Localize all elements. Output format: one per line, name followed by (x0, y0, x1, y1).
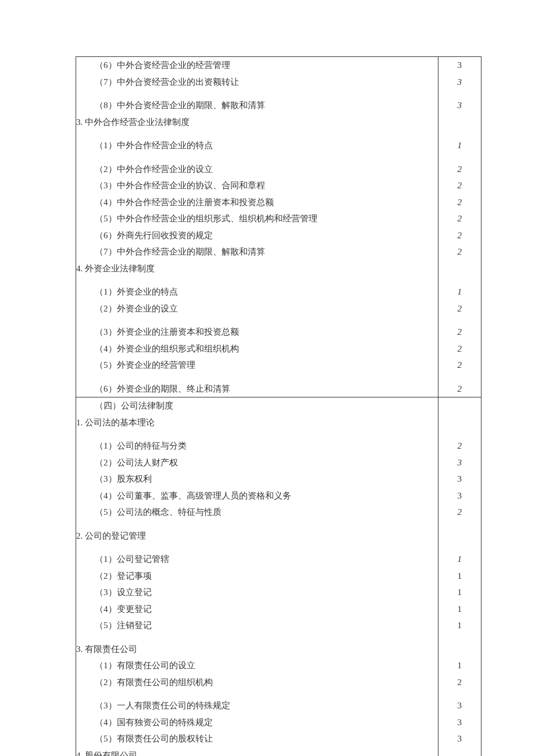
outline-item-value: 3 (438, 714, 481, 731)
outline-item-text: （2）有限责任公司的组织机构 (95, 674, 213, 691)
outline-item-text: （四）公司法律制度 (95, 397, 173, 414)
outline-item: （1）公司登记管辖 (76, 551, 438, 568)
outline-item-value: 1 (438, 568, 481, 585)
outline-item-value: 3 (438, 730, 481, 747)
outline-item-text: （3）股东权利 (95, 471, 152, 488)
outline-item (76, 634, 438, 641)
outline-item-value: 3 (438, 74, 481, 91)
outline-item (76, 431, 438, 438)
outline-item-value (438, 277, 481, 284)
outline-item: 4. 外资企业法律制度 (76, 260, 438, 277)
outline-item (76, 317, 438, 324)
outline-item-value: 2 (438, 381, 481, 397)
outline-item-value: 3 (438, 697, 481, 714)
outline-item: （1）中外合作经营企业的特点 (76, 137, 438, 154)
outline-item-text: （3）一人有限责任公司的特殊规定 (95, 697, 230, 714)
outline-item-value (438, 747, 481, 757)
outline-item-text: （1）有限责任公司的设立 (95, 657, 195, 674)
outline-item-text: （3）设立登记 (95, 584, 152, 601)
outline-item: （5）公司法的概念、特征与性质 (76, 504, 438, 521)
outline-item: （5）中外合作经营企业的组织形式、组织机构和经营管理 (76, 210, 438, 227)
outline-item-value (438, 397, 481, 414)
outline-item: （2）登记事项 (76, 568, 438, 585)
outline-item (76, 277, 438, 284)
outline-item-text: （6）外商先行回收投资的规定 (95, 227, 213, 244)
outline-item: （3）股东权利 (76, 471, 438, 488)
outline-item: 3. 有限责任公司 (76, 641, 438, 658)
outline-item-text: （6）外资企业的期限、终止和清算 (95, 381, 230, 397)
outline-item-value: 3 (438, 57, 481, 74)
outline-item-text: （4）公司董事、监事、高级管理人员的资格和义务 (95, 488, 291, 504)
outline-item-text: （4）变更登记 (95, 601, 152, 618)
outline-item-text: （6）中外合资经营企业的经营管理 (95, 57, 230, 74)
outline-item-value: 2 (438, 324, 481, 341)
outline-item-text: 2. 公司的登记管理 (76, 528, 146, 544)
outline-item: （4）公司董事、监事、高级管理人员的资格和义务 (76, 488, 438, 504)
outline-item (76, 154, 438, 161)
outline-item-value (438, 317, 481, 324)
outline-item: （7）中外合作经营企业的期限、解散和清算 (76, 243, 438, 260)
section-2-right: 23332 11111 12 333 (438, 397, 481, 757)
outline-item: （5）有限责任公司的股权转让 (76, 730, 438, 747)
outline-item-value (438, 374, 481, 381)
outline-item-text: （5）外资企业的经营管理 (95, 357, 195, 374)
outline-item: （1）公司的特征与分类 (76, 438, 438, 454)
outline-item (76, 544, 438, 551)
outline-item-value: 2 (438, 177, 481, 194)
outline-item-value (438, 521, 481, 528)
outline-item: （1）外资企业的特点 (76, 284, 438, 300)
outline-item-text: （4）中外合作经营企业的注册资本和投资总额 (95, 194, 274, 211)
outline-item (76, 690, 438, 697)
outline-item-text: （2）中外合作经营企业的设立 (95, 161, 213, 178)
outline-item: 1. 公司法的基本理论 (76, 414, 438, 431)
outline-item: （3）中外合作经营企业的协议、合同和章程 (76, 177, 438, 194)
outline-item-value (438, 544, 481, 551)
outline-item: （4）变更登记 (76, 601, 438, 618)
outline-item (76, 521, 438, 528)
outline-item-value: 1 (438, 601, 481, 618)
outline-item: （4）外资企业的组织形式和组织机构 (76, 341, 438, 357)
outline-item-text: （8）中外合资经营企业的期限、解散和清算 (95, 97, 265, 114)
outline-item: （四）公司法律制度 (76, 397, 438, 414)
outline-item-value (438, 90, 481, 97)
outline-item-value: 2 (438, 357, 481, 374)
outline-item-text: 4. 股份有限公司 (76, 747, 137, 757)
outline-item-text: （1）公司登记管辖 (95, 551, 169, 568)
section-1-right: 33 3 1 222222 12 222 2 (438, 57, 481, 397)
outline-item-text: （1）外资企业的特点 (95, 284, 178, 300)
outline-item: （2）公司法人财产权 (76, 454, 438, 471)
outline-item: 4. 股份有限公司 (76, 747, 438, 757)
outline-item: （6）中外合资经营企业的经营管理 (76, 57, 438, 74)
outline-item-text: （2）外资企业的设立 (95, 300, 178, 317)
outline-item-value: 2 (438, 674, 481, 691)
outline-item-text: 3. 有限责任公司 (76, 641, 137, 658)
outline-item-text: （5）中外合作经营企业的组织形式、组织机构和经营管理 (95, 210, 318, 227)
outline-item-value: 2 (438, 243, 481, 260)
outline-item-value (438, 634, 481, 641)
outline-item-text: （5）公司法的概念、特征与性质 (95, 504, 222, 521)
outline-item: （3）设立登记 (76, 584, 438, 601)
outline-item: （2）中外合作经营企业的设立 (76, 161, 438, 178)
section-2-row: （四）公司法律制度1. 公司法的基本理论 （1）公司的特征与分类（2）公司法人财… (76, 397, 482, 757)
outline-item-value (438, 154, 481, 161)
outline-item-value (438, 414, 481, 431)
document-page: （6）中外合资经营企业的经营管理（7）中外合资经营企业的出资额转让 （8）中外合… (0, 0, 535, 756)
outline-item: （2）有限责任公司的组织机构 (76, 674, 438, 691)
outline-item: 2. 公司的登记管理 (76, 528, 438, 544)
section-1-row: （6）中外合资经营企业的经营管理（7）中外合资经营企业的出资额转让 （8）中外合… (76, 57, 482, 397)
section-2-left: （四）公司法律制度1. 公司法的基本理论 （1）公司的特征与分类（2）公司法人财… (76, 397, 438, 757)
outline-item: （3）一人有限责任公司的特殊规定 (76, 697, 438, 714)
outline-item: （7）中外合资经营企业的出资额转让 (76, 74, 438, 91)
outline-item-value: 3 (438, 471, 481, 488)
outline-item-value: 1 (438, 137, 481, 154)
outline-item-value: 3 (438, 488, 481, 504)
outline-item-text: 1. 公司法的基本理论 (76, 414, 155, 431)
outline-item-value: 2 (438, 438, 481, 454)
outline-item-value: 1 (438, 657, 481, 674)
outline-item: （3）外资企业的注册资本和投资总额 (76, 324, 438, 341)
outline-item: （2）外资企业的设立 (76, 300, 438, 317)
outline-item-value: 1 (438, 551, 481, 568)
outline-item-value (438, 641, 481, 658)
outline-item-text: （7）中外合资经营企业的出资额转让 (95, 74, 239, 91)
outline-item-value (438, 130, 481, 137)
